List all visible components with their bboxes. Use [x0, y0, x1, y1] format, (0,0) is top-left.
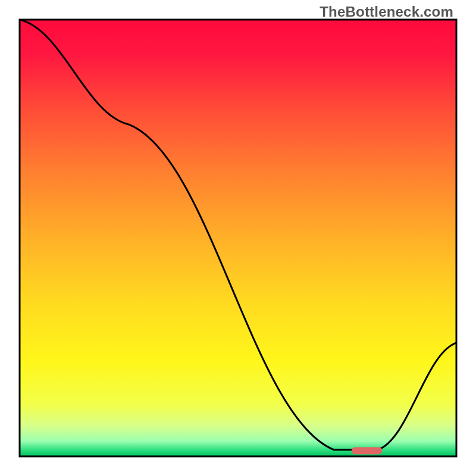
bottleneck-chart: TheBottleneck.com	[0, 0, 476, 476]
optimal-zone-marker	[352, 447, 382, 454]
chart-svg	[0, 0, 476, 476]
watermark-text: TheBottleneck.com	[320, 4, 453, 20]
gradient-background	[20, 20, 456, 456]
